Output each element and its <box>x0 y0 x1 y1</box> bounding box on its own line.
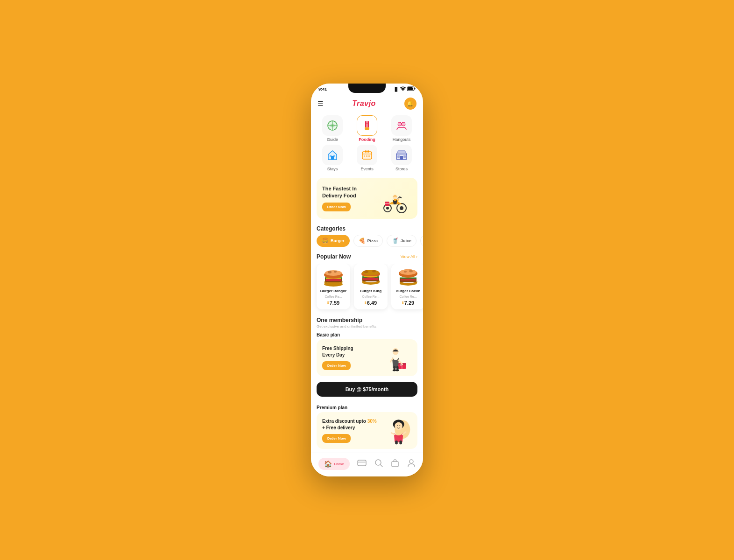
hero-illustration <box>379 184 412 212</box>
product-name-3: Burger Bacon <box>396 289 421 293</box>
category-ramen[interactable]: 🍜 Ramen <box>420 235 423 247</box>
membership-section: One membership Get exclusive and unlimit… <box>311 314 423 476</box>
svg-rect-52 <box>401 279 416 280</box>
bag-icon <box>391 459 399 469</box>
stays-icon-box <box>322 145 343 165</box>
profile-icon <box>407 459 416 469</box>
menu-button[interactable]: ☰ <box>318 100 324 107</box>
logo-text: Travjo <box>352 99 376 107</box>
product-restaurant-3: Coffee Re... <box>399 295 416 298</box>
chevron-right-icon: › <box>416 254 417 259</box>
home-icon: 🏠 <box>324 460 332 468</box>
battery-icon <box>407 86 416 92</box>
svg-rect-6 <box>365 121 367 127</box>
status-time: 9:41 <box>318 87 327 91</box>
svg-point-62 <box>393 348 399 355</box>
product-name-1: Burger Bangor <box>320 289 346 293</box>
bottom-nav-cards[interactable] <box>357 460 367 468</box>
hero-banner: The Fastest In Delivery Food Order Now <box>317 178 417 219</box>
nav-item-guide[interactable]: Guide <box>317 115 348 142</box>
svg-point-40 <box>328 271 332 273</box>
svg-point-57 <box>409 270 413 273</box>
nav-item-hangouts[interactable]: Hangouts <box>386 115 417 142</box>
popular-section-header: Popular Now View All › <box>311 251 423 264</box>
svg-rect-18 <box>367 150 369 153</box>
view-all-button[interactable]: View All › <box>401 254 417 259</box>
product-card-burger-bangor[interactable]: Burger Bangor Coffee Re... $ 7.59 <box>317 264 350 309</box>
hero-text: The Fastest In Delivery Food Order Now <box>322 185 357 211</box>
notification-button[interactable]: 🔔 <box>404 98 416 110</box>
nav-item-stores[interactable]: Stores <box>386 145 417 171</box>
status-icons: ▐▌ <box>394 86 416 92</box>
basic-plan-order-button[interactable]: Order Now <box>322 361 351 370</box>
svg-rect-20 <box>366 155 367 157</box>
categories-scroll: 🍔 Burger 🍕 Pizza 🥤 Juice 🍜 Ramen <box>311 235 423 251</box>
svg-rect-19 <box>364 155 365 157</box>
hangouts-label: Hangouts <box>393 137 411 142</box>
nav-item-fooding[interactable]: Fooding <box>351 115 383 142</box>
category-juice[interactable]: 🥤 Juice <box>387 235 416 247</box>
nav-icons-grid: Guide Fooding <box>311 112 423 175</box>
bottom-nav-bag[interactable] <box>391 459 399 469</box>
bottom-nav-home[interactable]: 🏠 Home <box>318 458 349 470</box>
bottom-nav-search[interactable] <box>374 459 383 469</box>
product-card-burger-bacon[interactable]: Burger Bacon Coffee Re... $ 7.29 <box>391 264 423 309</box>
svg-rect-73 <box>395 441 398 444</box>
svg-rect-74 <box>399 441 402 444</box>
category-pizza[interactable]: 🍕 Pizza <box>353 235 383 247</box>
svg-rect-61 <box>400 364 402 366</box>
svg-rect-7 <box>367 121 369 127</box>
svg-rect-23 <box>400 156 403 160</box>
svg-rect-21 <box>368 155 370 157</box>
svg-point-41 <box>334 271 337 273</box>
stays-label: Stays <box>327 167 338 171</box>
price-symbol-1: $ <box>327 301 329 304</box>
svg-rect-8 <box>366 123 368 124</box>
svg-point-65 <box>393 370 396 371</box>
fooding-label: Fooding <box>359 137 375 142</box>
product-price-3: $ 7.29 <box>402 300 414 306</box>
svg-point-56 <box>404 271 407 273</box>
premium-plan-title: Premium plan <box>317 405 417 410</box>
price-symbol-3: $ <box>402 301 404 304</box>
fooding-icon-box <box>357 115 377 136</box>
basic-plan-heading: Free ShippingEvery Day <box>322 345 353 358</box>
membership-subtitle: Get exclusive and unlimited benefits <box>317 324 417 329</box>
basic-plan-illustration <box>386 345 412 371</box>
svg-rect-13 <box>330 155 332 157</box>
signal-icon: ▐▌ <box>394 87 399 91</box>
hero-order-button[interactable]: Order Now <box>322 203 351 211</box>
guide-label: Guide <box>327 137 338 142</box>
premium-plan-order-button[interactable]: Order Now <box>322 434 351 443</box>
svg-rect-17 <box>365 150 367 153</box>
basic-plan-buy-button[interactable]: Buy @ $75/month <box>317 382 417 397</box>
svg-point-28 <box>400 206 403 210</box>
svg-point-29 <box>386 207 389 210</box>
svg-point-55 <box>400 269 416 275</box>
stores-label: Stores <box>395 167 408 171</box>
product-card-burger-king[interactable]: Burger King Coffee Re... $ 6.49 <box>354 264 388 309</box>
basic-plan-text: Free ShippingEvery Day Order Now <box>322 345 353 370</box>
product-price-2: $ 6.49 <box>365 300 377 306</box>
svg-point-48 <box>372 270 376 273</box>
basic-plan-title: Basic plan <box>317 332 417 337</box>
svg-rect-14 <box>333 155 335 157</box>
categories-section-title: Categories <box>311 222 423 235</box>
events-label: Events <box>360 167 374 171</box>
nav-item-stays[interactable]: Stays <box>317 145 348 171</box>
pizza-cat-label: Pizza <box>367 238 378 243</box>
svg-rect-2 <box>408 87 413 90</box>
bottom-nav: 🏠 Home <box>311 453 423 476</box>
membership-title: One membership <box>317 317 417 323</box>
bottom-nav-profile[interactable] <box>407 459 416 469</box>
svg-rect-25 <box>403 155 406 158</box>
burger-cat-label: Burger <box>331 238 345 243</box>
product-img-2 <box>358 267 384 287</box>
svg-point-39 <box>325 270 342 276</box>
phone-notch <box>348 84 386 93</box>
category-burger[interactable]: 🍔 Burger <box>317 235 350 247</box>
nav-item-events[interactable]: Events <box>351 145 383 171</box>
product-restaurant-1: Coffee Re... <box>325 295 342 298</box>
svg-rect-1 <box>415 88 416 90</box>
search-icon <box>374 459 383 469</box>
